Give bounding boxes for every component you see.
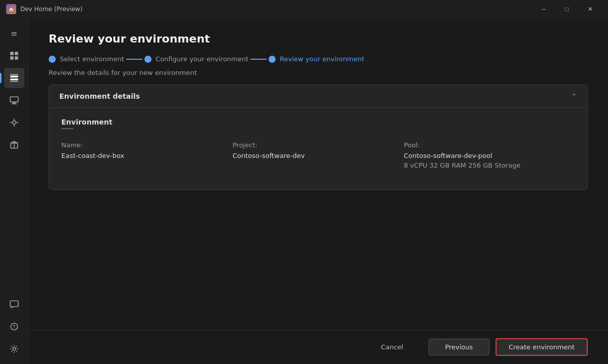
sidebar-bottom (4, 293, 24, 360)
pool-label: Pool: (404, 141, 575, 149)
close-button[interactable]: ✕ (579, 0, 602, 18)
connector-2 (250, 59, 267, 60)
footer: Cancel Previous Create environment (28, 330, 608, 364)
svg-rect-0 (10, 52, 14, 55)
svg-rect-6 (10, 74, 18, 75)
name-value: East-coast-dev-box (61, 152, 233, 159)
name-label: Name: (61, 141, 233, 149)
project-label: Project: (233, 141, 404, 149)
svg-rect-7 (10, 81, 18, 82)
extensions-icon (10, 118, 19, 127)
create-environment-button[interactable]: Create environment (496, 338, 588, 356)
sidebar-item-dashboard[interactable] (4, 46, 24, 66)
svg-rect-1 (15, 52, 18, 55)
cancel-button[interactable]: Cancel (362, 339, 423, 355)
step-1-circle (49, 56, 56, 63)
sidebar-item-feedback[interactable] (4, 294, 24, 314)
settings-icon (10, 344, 19, 353)
device-icon (10, 96, 19, 105)
dashboard-icon (10, 51, 19, 60)
diagnostics-icon (10, 322, 19, 331)
content-area: Review your environment Select environme… (28, 18, 608, 364)
step-3-label: Review your environment (280, 55, 364, 63)
env-fields: Name: East-coast-dev-box Project: Contos… (61, 141, 575, 169)
step-3: Review your environment (269, 55, 364, 63)
title-bar-left: 🏠 Dev Home (Preview) (6, 4, 83, 14)
step-2-label: Configure your environment (156, 55, 248, 63)
step-2: Configure your environment (144, 55, 248, 63)
env-section-title: Environment (61, 118, 575, 126)
feedback-icon (10, 300, 19, 309)
page-title: Review your environment (49, 32, 588, 45)
previous-button[interactable]: Previous (429, 339, 489, 355)
pool-value: Contoso-software-dev-pool (404, 152, 575, 159)
maximize-button[interactable]: □ (555, 0, 579, 18)
svg-rect-3 (15, 56, 18, 60)
packages-icon (10, 140, 19, 149)
card-header[interactable]: Environment details ⌃ (49, 85, 587, 108)
svg-rect-9 (12, 103, 16, 104)
step-1: Select environment (49, 55, 124, 63)
svg-point-21 (13, 347, 16, 350)
sidebar-item-environments[interactable] (4, 68, 24, 88)
svg-rect-4 (10, 76, 18, 77)
env-field-name: Name: East-coast-dev-box (61, 141, 233, 169)
menu-icon: ≡ (11, 29, 17, 38)
sidebar-item-device[interactable] (4, 90, 24, 110)
main-panel: Environment details ⌃ Environment Name: … (28, 85, 608, 330)
page-subtitle: Review the details for your new environm… (49, 69, 588, 76)
card-title: Environment details (59, 92, 140, 100)
step-1-label: Select environment (60, 55, 124, 63)
svg-rect-8 (10, 97, 18, 102)
svg-point-20 (14, 328, 15, 329)
card-body: Environment Name: East-coast-dev-box Pro… (49, 108, 587, 189)
sidebar-item-packages[interactable] (4, 135, 24, 155)
environment-details-card: Environment details ⌃ Environment Name: … (49, 85, 588, 190)
env-field-project: Project: Contoso-software-dev (233, 141, 404, 169)
svg-rect-5 (10, 78, 18, 80)
page-header: Review your environment Select environme… (28, 18, 608, 85)
stepper: Select environment Configure your enviro… (49, 55, 588, 63)
sidebar-item-menu[interactable]: ≡ (4, 23, 24, 44)
env-field-pool: Pool: Contoso-software-dev-pool 8 vCPU 3… (404, 141, 575, 169)
step-3-circle (269, 56, 276, 63)
pool-sub-value: 8 vCPU 32 GB RAM 256 GB Storage (404, 161, 575, 169)
connector-1 (126, 59, 142, 60)
minimize-button[interactable]: – (532, 0, 555, 18)
sidebar-item-diagnostics[interactable] (4, 316, 24, 337)
sidebar-item-settings[interactable] (4, 339, 24, 359)
svg-rect-10 (11, 104, 17, 104)
sidebar: ≡ (0, 18, 28, 364)
chevron-up-icon: ⌃ (571, 92, 577, 100)
svg-rect-2 (10, 56, 14, 60)
environments-icon (10, 73, 19, 83)
app-icon: 🏠 (6, 4, 16, 14)
env-section-underline (61, 128, 73, 129)
svg-point-11 (12, 121, 16, 125)
app-title: Dev Home (Preview) (20, 6, 83, 13)
window-controls: – □ ✕ (532, 0, 602, 18)
title-bar: 🏠 Dev Home (Preview) – □ ✕ (0, 0, 608, 18)
project-value: Contoso-software-dev (233, 152, 404, 159)
sidebar-item-extensions[interactable] (4, 112, 24, 133)
app-body: ≡ (0, 18, 608, 364)
step-2-circle (144, 56, 151, 63)
